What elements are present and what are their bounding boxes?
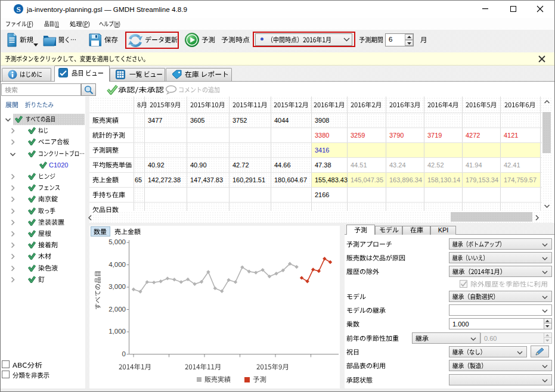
svg-text:S: S [16, 5, 20, 14]
